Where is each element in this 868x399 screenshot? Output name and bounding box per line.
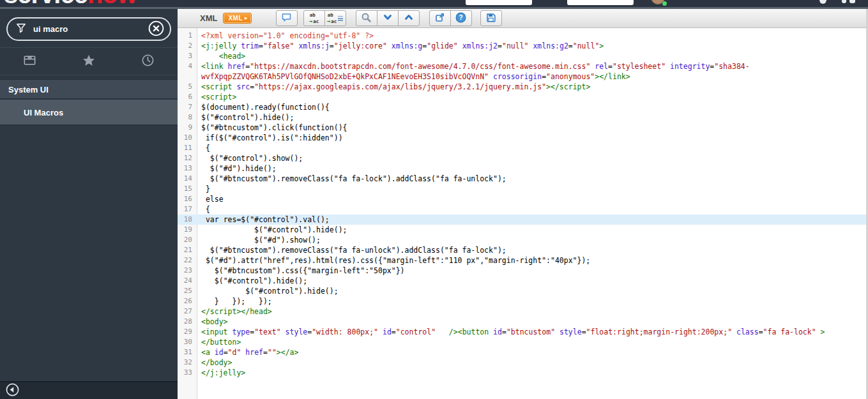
code-line-text: $("#btncustom").click(function(){ xyxy=(197,123,866,133)
history-tab[interactable] xyxy=(118,48,178,75)
editor-toolbar: XML XML ▸ ab →ac xyxy=(178,9,866,28)
filter-input-value: ui macro xyxy=(33,24,148,34)
code-line[interactable]: 5<script src="https://ajax.googleapis.co… xyxy=(178,82,866,92)
logo-service-text: service xyxy=(4,0,88,7)
line-number: 33 xyxy=(178,368,197,378)
code-line[interactable]: 2<j:jelly trim="false" xmlns:j="jelly:co… xyxy=(178,41,866,51)
code-line-text: $("#btncustom").css({"margin-left":"50px… xyxy=(197,266,866,276)
code-line-text: if($("#control").is(":hidden")) xyxy=(197,133,866,143)
code-line[interactable]: 11 { xyxy=(178,143,866,153)
save-button[interactable] xyxy=(480,10,502,26)
chevron-down-icon xyxy=(383,12,393,24)
help-button[interactable]: ? xyxy=(450,10,472,26)
close-circle-icon xyxy=(148,20,165,39)
code-line-text: <head> xyxy=(197,51,866,61)
line-number: 32 xyxy=(178,358,197,368)
code-line[interactable]: 33</j:jelly> xyxy=(178,368,866,378)
code-line[interactable]: 7$(document).ready(function(){ xyxy=(178,102,866,112)
code-line[interactable]: 10 if($("#control").is(":hidden")) xyxy=(178,133,866,143)
code-line-text: <link href="https://maxcdn.bootstrapcdn.… xyxy=(197,61,866,82)
replace-all-icon: ab →ac xyxy=(327,12,343,24)
code-line[interactable]: 28<body> xyxy=(178,317,866,327)
line-number: 21 xyxy=(178,245,197,255)
navigator-filter-row: ui macro xyxy=(0,9,178,48)
code-line[interactable]: 27</script></head> xyxy=(178,306,866,317)
code-line[interactable]: 9$("#btncustom").click(function(){ xyxy=(178,123,866,133)
code-line[interactable]: 31<a id="d" href=""></a> xyxy=(178,347,866,358)
replace-icon: ab →ac xyxy=(309,12,319,24)
header-search-input-clipped[interactable] xyxy=(466,0,532,5)
line-number: 28 xyxy=(178,317,197,327)
line-number: 23 xyxy=(178,266,197,276)
code-line-text: else xyxy=(197,194,866,204)
code-line[interactable]: 21 $("#btncustom").removeClass("fa fa-un… xyxy=(178,245,866,255)
open-in-new-window-button[interactable] xyxy=(429,10,451,26)
line-number: 2 xyxy=(178,41,197,51)
search-button[interactable] xyxy=(356,10,377,26)
code-line[interactable]: 16 else xyxy=(178,194,866,204)
code-line-text: <input type="text" style="width: 800px;"… xyxy=(197,327,866,337)
code-line[interactable]: 15 } xyxy=(178,184,866,194)
line-number: 22 xyxy=(178,255,197,266)
header-input-clipped[interactable] xyxy=(567,0,634,5)
find-previous-button[interactable] xyxy=(398,10,420,26)
code-line[interactable]: 20 $("#d").show(); xyxy=(178,235,866,245)
code-line[interactable]: 14 $("#btncustom").removeClass("fa fa-lo… xyxy=(178,174,866,184)
code-line-text: <?xml version="1.0" encoding="utf-8" ?> xyxy=(197,31,866,41)
app-root: servicenow ui macro xyxy=(0,0,868,399)
line-number: 29 xyxy=(178,327,197,337)
line-number: 9 xyxy=(178,123,197,133)
code-line[interactable]: 22 $("#d").attr("href",res).html(res).cs… xyxy=(178,255,866,266)
code-line[interactable]: 12 $("#control").show(); xyxy=(178,153,866,163)
code-line-text: } xyxy=(197,184,866,194)
code-line[interactable]: 19 $("#control").hide(); xyxy=(178,225,866,235)
code-line-text: $("#d").show(); xyxy=(197,235,866,245)
toggle-comment-button[interactable] xyxy=(276,10,298,26)
line-number: 27 xyxy=(178,306,197,317)
code-line-text: { xyxy=(197,204,866,215)
code-line-text: $("#d").hide(); xyxy=(197,163,866,174)
code-line[interactable]: 6<script> xyxy=(178,92,866,102)
svg-text:?: ? xyxy=(459,13,462,21)
code-line[interactable]: 4<link href="https://maxcdn.bootstrapcdn… xyxy=(178,61,866,82)
code-line[interactable]: 8$("#control").hide(); xyxy=(178,112,866,123)
xml-badge[interactable]: XML ▸ xyxy=(223,13,251,24)
favorites-tab[interactable] xyxy=(59,48,119,75)
code-line[interactable]: 1<?xml version="1.0" encoding="utf-8" ?> xyxy=(178,31,866,41)
sidebar-item-ui-macros[interactable]: UI Macros xyxy=(0,100,178,126)
code-line-text: $("#control").hide(); xyxy=(197,225,866,235)
header-icon-clipped[interactable] xyxy=(842,0,846,3)
line-number: 6 xyxy=(178,92,197,102)
sidebar-section-system-ui[interactable]: System UI xyxy=(0,79,178,100)
clear-filter-button[interactable] xyxy=(148,20,165,39)
code-line[interactable]: 3 <head> xyxy=(178,51,866,61)
search-icon xyxy=(361,12,372,25)
code-line[interactable]: 17 { xyxy=(178,204,866,215)
line-number: 20 xyxy=(178,235,197,245)
line-number: 10 xyxy=(178,133,197,143)
replace-button[interactable]: ab →ac xyxy=(303,10,325,26)
code-line[interactable]: 23 $("#btncustom").css({"margin-left":"5… xyxy=(178,266,866,276)
all-applications-tab[interactable] xyxy=(0,48,59,75)
servicenow-logo[interactable]: servicenow xyxy=(4,0,137,7)
collapse-sidebar-button[interactable] xyxy=(5,382,20,399)
section-label: System UI xyxy=(8,85,49,94)
find-next-button[interactable] xyxy=(377,10,399,26)
filter-navigator-input[interactable]: ui macro xyxy=(6,17,171,41)
header-icon-clipped[interactable] xyxy=(819,0,826,4)
code-line[interactable]: 32</body> xyxy=(178,358,866,368)
code-line-text: <j:jelly trim="false" xmlns:j="jelly:cor… xyxy=(197,41,866,51)
code-line[interactable]: 24 $("#control").hide(); xyxy=(178,276,866,286)
code-line[interactable]: 18 var res=$("#control").val(); xyxy=(178,215,866,225)
clock-icon xyxy=(141,53,155,70)
header-icon-clipped[interactable] xyxy=(849,0,855,3)
code-line[interactable]: 25 $("#control").hide(); xyxy=(178,286,866,296)
code-line[interactable]: 26 } }); }); xyxy=(178,296,866,306)
replace-all-button[interactable]: ab →ac xyxy=(324,10,346,26)
code-line[interactable]: 30</button> xyxy=(178,337,866,347)
code-line[interactable]: 13 $("#d").hide(); xyxy=(178,163,866,174)
code-line[interactable]: 29<input type="text" style="width: 800px… xyxy=(178,327,866,337)
code-line-text: $("#control").hide(); xyxy=(197,276,866,286)
line-number: 15 xyxy=(178,184,197,194)
code-editor[interactable]: 1<?xml version="1.0" encoding="utf-8" ?>… xyxy=(178,28,866,399)
